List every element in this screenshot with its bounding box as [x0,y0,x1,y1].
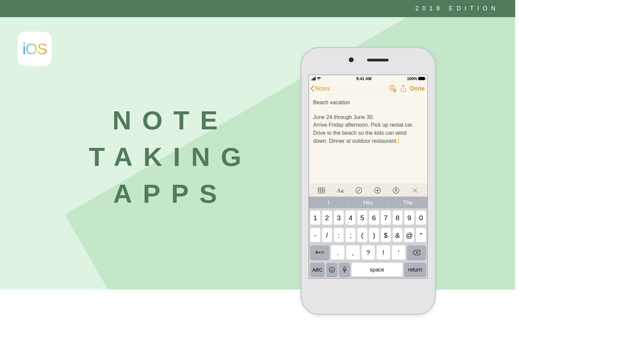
key-2[interactable]: 2 [322,210,332,225]
key-dictation[interactable] [339,263,350,277]
text-cursor [398,138,399,144]
ios-s: S [37,40,47,58]
svg-point-7 [329,267,334,273]
key-6[interactable]: 6 [369,210,379,225]
keyboard-suggestions: I Hey The [309,196,428,208]
note-line: Drive to the beach so the kids can wind [313,129,423,137]
key-dash[interactable]: - [310,228,320,242]
ios-badge: iOS [17,32,52,66]
markup-button[interactable] [392,186,400,195]
keyboard-row-4: ABC space return [310,263,426,277]
keyboard-row-1: 1 2 3 4 5 6 7 8 9 0 [310,210,426,225]
key-rparen[interactable]: ) [369,228,379,242]
emoji-icon [329,266,335,273]
ios-o: O [25,40,37,58]
phone-frame: 9:41 AM 100% Notes [301,47,436,315]
key-period[interactable]: . [331,245,344,260]
format-toolbar: Aa [309,184,428,196]
backspace-icon [413,250,420,255]
suggestion-3[interactable]: The [388,196,427,208]
close-icon [412,187,418,193]
back-label: Notes [315,85,330,92]
key-8[interactable]: 8 [392,210,402,225]
done-button[interactable]: Done [410,85,425,92]
keyboard-row-3: #+= . , ? ! ' [310,245,426,260]
key-amp[interactable]: & [392,228,402,242]
key-return[interactable]: return [404,263,426,277]
key-apostrophe[interactable]: ' [392,245,406,260]
svg-point-1 [391,86,393,88]
headline-line-2: TAKING [67,139,274,176]
text-style-button[interactable]: Aa [336,186,344,195]
key-question[interactable]: ? [361,245,375,260]
add-person-button[interactable] [388,84,396,93]
ios-logo-text: iOS [22,40,47,58]
close-toolbar-button[interactable] [411,186,419,195]
headline-line-1: NOTE [67,102,274,139]
ios-i: i [22,40,25,58]
note-line: June 24 through June 30. [313,113,423,121]
signal-icon [312,77,316,80]
key-backspace[interactable] [407,245,426,260]
svg-point-8 [331,269,331,269]
share-icon [400,84,407,92]
key-lparen[interactable]: ( [357,228,367,242]
person-plus-icon [388,84,396,93]
key-semicolon[interactable]: ; [345,228,356,242]
microphone-icon [342,266,346,273]
key-space[interactable]: space [352,263,402,277]
key-exclaim[interactable]: ! [377,245,390,260]
key-3[interactable]: 3 [334,210,344,225]
headline: NOTE TAKING APPS [67,102,274,212]
status-time: 9:41 AM [356,76,372,81]
chevron-left-icon [311,85,314,92]
phone-screen: 9:41 AM 100% Notes [309,75,428,279]
add-attachment-button[interactable] [373,186,382,195]
key-at[interactable]: @ [404,228,414,242]
edition-label: 2018 EDITION [415,5,499,12]
table-icon [318,187,325,193]
top-banner: 2018 EDITION [0,0,515,17]
key-comma[interactable]: , [346,245,360,260]
key-9[interactable]: 9 [404,210,414,225]
key-colon[interactable]: : [334,228,344,242]
battery-percent: 100% [407,76,417,81]
key-emoji[interactable] [326,263,337,277]
nav-bar: Notes Done [309,82,428,95]
wifi-icon [317,77,321,80]
share-button[interactable] [399,84,407,93]
suggestion-1[interactable]: I [309,196,348,208]
svg-rect-3 [318,188,325,193]
key-dollar[interactable]: $ [381,228,391,242]
keyboard: 1 2 3 4 5 6 7 8 9 0 - / : ; ( ) [309,208,428,279]
keyboard-row-2: - / : ; ( ) $ & @ " [310,228,426,242]
note-title: Beach vacation [313,99,423,106]
key-5[interactable]: 5 [357,210,367,225]
status-bar: 9:41 AM 100% [309,75,428,82]
back-button[interactable]: Notes [311,85,330,92]
checkmark-circle-icon [355,187,362,194]
key-1[interactable]: 1 [310,210,320,225]
key-0[interactable]: 0 [416,210,426,225]
note-line: down. Dinner at outdoor restaurant. [313,137,423,145]
headline-line-3: APPS [67,176,274,213]
checklist-button[interactable] [355,186,363,195]
key-slash[interactable]: / [322,228,332,242]
key-symbols[interactable]: #+= [310,245,329,260]
key-quote[interactable]: " [416,228,426,242]
svg-rect-10 [343,267,345,270]
markup-icon [393,187,400,194]
plus-circle-icon [374,187,381,194]
battery-icon [418,77,425,80]
key-abc[interactable]: ABC [310,263,325,277]
suggestion-2[interactable]: Hey [348,196,388,208]
svg-point-9 [332,269,333,269]
key-7[interactable]: 7 [381,210,391,225]
table-button[interactable] [317,186,326,195]
note-editor[interactable]: Beach vacation June 24 through June 30. … [309,95,428,184]
note-line: Arrive Friday afternoon. Pick up rental … [313,121,423,129]
key-4[interactable]: 4 [345,210,356,225]
